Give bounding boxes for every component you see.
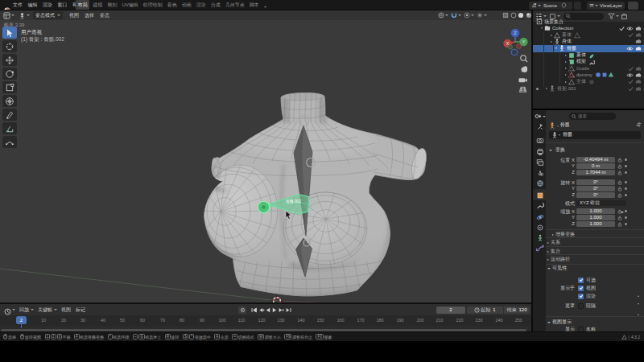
svg-text:骨骼.002: 骨骼.002 [286,199,301,204]
svg-text:X: X [506,41,510,46]
svg-text:Y: Y [522,39,526,44]
